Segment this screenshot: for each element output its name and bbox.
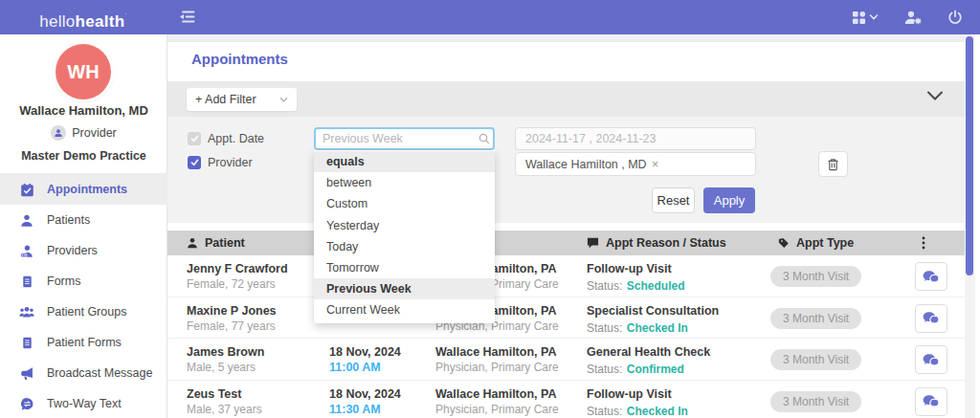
apps-menu-button[interactable] [852, 11, 879, 25]
sidebar-item-patient-forms[interactable]: Patient Forms [0, 327, 167, 358]
provider-select-input[interactable]: Wallace Hamilton , MD × [515, 152, 756, 176]
column-header-appt-reason[interactable]: Appt Reason / Status [587, 231, 726, 255]
column-header-appt-type[interactable]: Appt Type [778, 231, 854, 255]
patient-name: James Brown [187, 344, 264, 360]
provider-filter-label: Provider [208, 156, 253, 169]
dropdown-option-yesterday[interactable]: Yesterday [314, 215, 495, 236]
sidebar-collapse-icon[interactable] [178, 10, 195, 24]
vertical-scrollbar [965, 34, 975, 418]
check-icon [190, 159, 199, 166]
table-row[interactable]: Jenny F CrawfordFemale, 72 years Wallace… [167, 255, 965, 297]
calendar-check-icon [19, 182, 34, 197]
column-header-label: Appt Reason / Status [606, 236, 726, 250]
chevron-down-icon [926, 90, 944, 101]
sidebar-item-appointments[interactable]: Appointments [0, 174, 167, 205]
scrollbar-thumb[interactable] [966, 36, 973, 275]
dropdown-option-custom[interactable]: Custom [314, 193, 495, 214]
apply-button[interactable]: Apply [703, 187, 755, 213]
top-bar: hellohealth˙ [0, 0, 980, 34]
topbar-actions [852, 0, 963, 34]
chat-bubbles-icon [923, 311, 940, 325]
collapse-filters-button[interactable] [926, 90, 944, 101]
sidebar-item-label: Patients [47, 213, 90, 227]
document-icon [19, 274, 34, 289]
sidebar-item-two-way-text[interactable]: Two-Way Text [0, 388, 167, 418]
sidebar-item-label: Two-Way Text [47, 397, 122, 410]
provider-name: Wallace Hamilton, PA [435, 386, 559, 402]
provider-role-icon [51, 125, 66, 141]
message-patient-button[interactable] [915, 387, 947, 416]
app-window: hellohealth˙ WH Wallace Hamilton, MD Pro… [0, 0, 980, 418]
column-header-patient[interactable]: Patient [187, 231, 245, 255]
appt-type-badge: 3 Month Visit [770, 349, 861, 370]
patient-name: Zeus Test [187, 386, 262, 402]
filter-toolbar: + Add Filter [167, 81, 965, 117]
status-value: Confirmed [627, 363, 684, 376]
column-header-label: Patient [205, 236, 245, 250]
appt-type-badge: 3 Month Visit [770, 308, 861, 329]
practice-name: Master Demo Practice [0, 149, 167, 163]
appt-date-filter-label: Appt. Date [208, 132, 264, 145]
status-prefix: Status: [587, 405, 622, 418]
tag-icon [778, 237, 790, 249]
dropdown-option-equals[interactable]: equals [314, 151, 495, 172]
dropdown-option-previous-week[interactable]: Previous Week [314, 278, 495, 299]
dropdown-option-tomorrow[interactable]: Tomorrow [314, 257, 495, 278]
message-patient-button[interactable] [915, 345, 947, 374]
message-patient-button[interactable] [915, 304, 947, 333]
chat-bubble-icon [19, 396, 34, 411]
sidebar-item-broadcast-message[interactable]: Broadcast Message [0, 358, 167, 388]
power-icon [947, 10, 963, 25]
patient-name: Maxine P Jones [187, 303, 277, 319]
table-row[interactable]: Maxine P JonesFemale, 77 years 10:00 AM … [167, 297, 965, 340]
reset-button[interactable]: Reset [652, 187, 695, 213]
document-icon [19, 335, 34, 350]
sidebar-item-patients[interactable]: Patients [0, 205, 167, 235]
sidebar-item-label: Broadcast Message [47, 366, 152, 380]
sidebar-item-label: Appointments [47, 183, 127, 196]
sidebar: WH Wallace Hamilton, MD Provider Master … [0, 34, 167, 418]
chip-remove-icon[interactable]: × [652, 157, 659, 171]
status-value: Checked In [627, 405, 688, 418]
add-filter-button[interactable]: + Add Filter [187, 88, 297, 111]
page-title: Appointments [191, 51, 288, 67]
user-name: Wallace Hamilton, MD [0, 103, 167, 118]
provider-checkbox[interactable] [188, 156, 201, 169]
chat-bubbles-icon [923, 270, 940, 284]
table-row[interactable]: James BrownMale, 5 years 18 Nov, 202411:… [167, 339, 965, 381]
logout-button[interactable] [947, 10, 963, 25]
logo-text-bold: health [76, 12, 125, 31]
user-badge-icon [19, 243, 34, 258]
user-settings-button[interactable] [903, 10, 923, 25]
chevron-down-icon [279, 97, 288, 103]
check-icon [190, 135, 199, 143]
delete-filter-button[interactable] [818, 151, 848, 177]
kebab-menu-icon [922, 236, 925, 250]
sidebar-item-providers[interactable]: Providers [0, 235, 167, 266]
dropdown-option-between[interactable]: between [314, 172, 495, 193]
column-header-label: Appt Type [796, 236, 854, 250]
logo-text-light: hello [39, 12, 75, 31]
table-row[interactable]: Zeus TestMale, 37 years 18 Nov, 202411:3… [167, 381, 965, 418]
appt-reason: Specialist Consultation [587, 303, 719, 319]
user-icon [19, 212, 34, 228]
logo-trademark: ˙ [124, 12, 127, 22]
sidebar-item-forms[interactable]: Forms [0, 266, 167, 297]
apps-grid-icon [852, 11, 866, 25]
date-range-input[interactable]: 2024-11-17 , 2024-11-23 [515, 127, 756, 150]
patient-demographics: Female, 77 years [187, 319, 277, 335]
table-options-button[interactable] [922, 231, 925, 255]
message-patient-button[interactable] [915, 262, 947, 291]
user-avatar: WH [56, 44, 111, 99]
appt-date-checkbox[interactable] [188, 132, 201, 145]
sidebar-item-label: Patient Groups [47, 305, 126, 319]
user-icon [187, 237, 198, 249]
dropdown-option-current-week[interactable]: Current Week [314, 299, 495, 320]
appt-reason: Follow-up Visit [587, 261, 685, 276]
appt-type-badge: 3 Month Visit [770, 266, 861, 287]
patient-name: Jenny F Crawford [187, 261, 288, 276]
dropdown-option-today[interactable]: Today [314, 236, 495, 257]
sidebar-item-patient-groups[interactable]: Patient Groups [0, 297, 167, 327]
date-operator-search-input[interactable] [314, 127, 495, 150]
status-prefix: Status: [587, 279, 622, 293]
